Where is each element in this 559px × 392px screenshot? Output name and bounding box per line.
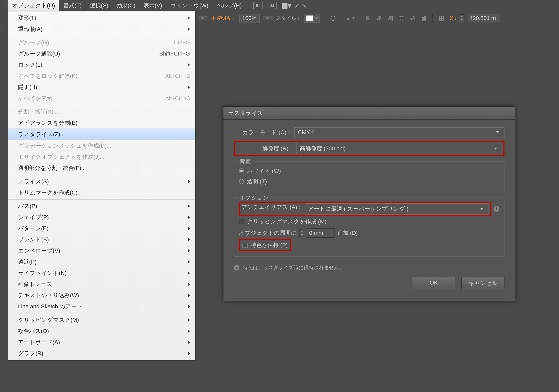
x-stepper[interactable] bbox=[459, 14, 464, 22]
svg-point-0 bbox=[331, 16, 335, 21]
menu-item[interactable]: Line and Sketch のアート bbox=[8, 301, 195, 312]
style-swatch[interactable] bbox=[304, 14, 320, 23]
submenu-arrow-icon bbox=[188, 216, 190, 219]
spot-checkbox-row[interactable]: 特色を保持 (P) bbox=[241, 241, 289, 250]
menu-item[interactable]: ライブペイント(N) bbox=[8, 268, 195, 279]
around-stepper[interactable] bbox=[299, 229, 304, 237]
submenu-arrow-icon bbox=[188, 294, 190, 297]
submenu-arrow-icon bbox=[188, 352, 190, 355]
stroke-dropdown[interactable] bbox=[198, 16, 208, 20]
svg-rect-21 bbox=[439, 16, 441, 18]
menu-item[interactable]: クリッピングマスク(M) bbox=[8, 314, 195, 326]
menu-item[interactable]: パス(P) bbox=[8, 201, 195, 212]
opacity-field[interactable]: 100% bbox=[239, 14, 260, 23]
menu-item-label: すべてを表示 bbox=[18, 95, 53, 102]
radio-icon bbox=[239, 179, 244, 184]
menubar-item-view[interactable]: 表示(V) bbox=[139, 0, 166, 11]
ok-button[interactable]: OK bbox=[412, 277, 455, 289]
bg-transparent-radio[interactable]: 透明 (T) bbox=[239, 176, 499, 187]
menubar-item-help[interactable]: ヘルプ(H) bbox=[212, 0, 246, 11]
menu-item-label: エンベロープ(V) bbox=[18, 247, 60, 255]
antialias-dropdown[interactable]: アートに最適 ( スーパーサンプリング ) bbox=[305, 203, 488, 215]
menubar-item-object[interactable]: オブジェクト(O) bbox=[8, 0, 59, 12]
menu-item[interactable]: 複合パス(O) bbox=[8, 326, 195, 337]
menu-item[interactable]: 画像トレース bbox=[8, 279, 195, 290]
menu-item[interactable]: 遠近(P) bbox=[8, 256, 195, 268]
align-bottom-icon[interactable] bbox=[420, 14, 428, 22]
submenu-arrow-icon bbox=[188, 27, 190, 31]
submenu-arrow-icon bbox=[188, 305, 190, 308]
svg-rect-5 bbox=[366, 19, 370, 20]
recolor-icon[interactable] bbox=[329, 14, 337, 22]
menu-item[interactable]: ラスタライズ(Z)... bbox=[8, 129, 195, 140]
submenu-arrow-icon bbox=[188, 180, 190, 183]
menu-item: グラデーションメッシュを作成(D)... bbox=[8, 140, 195, 151]
resolution-dropdown[interactable]: 高解像度 (300 ppi) bbox=[296, 143, 502, 154]
align-top-icon[interactable] bbox=[397, 14, 406, 22]
colormode-dropdown[interactable]: CMYK bbox=[294, 127, 504, 137]
menu-item: すべてをロック解除(K)Alt+Ctrl+2 bbox=[8, 70, 195, 82]
transform-panel-icon[interactable] bbox=[437, 14, 445, 22]
info-icon[interactable]: i bbox=[494, 206, 499, 212]
stock-icon[interactable]: St bbox=[268, 2, 277, 9]
align-vcenter-icon[interactable] bbox=[409, 14, 417, 22]
cancel-button[interactable]: キャンセル bbox=[461, 277, 504, 289]
submenu-arrow-icon bbox=[188, 271, 190, 275]
background-legend: 背景 bbox=[237, 158, 253, 166]
bridge-icon[interactable]: Br bbox=[253, 2, 263, 9]
menu-item-label: 遠近(P) bbox=[18, 258, 37, 266]
menu-item[interactable]: アピアランスを分割(E) bbox=[8, 117, 195, 129]
align-right-icon[interactable] bbox=[386, 14, 394, 22]
menu-item[interactable]: ブレンド(B) bbox=[8, 234, 195, 245]
menu-item-label: 複合パス(O) bbox=[18, 327, 49, 335]
menubar-item-select[interactable]: 選択(S) bbox=[86, 0, 112, 11]
menu-item[interactable]: アートボード(A) bbox=[8, 337, 195, 348]
menu-item[interactable]: 変形(T) bbox=[8, 12, 195, 24]
menu-item[interactable]: エンベロープ(V) bbox=[8, 245, 195, 256]
submenu-arrow-icon bbox=[188, 238, 190, 241]
submenu-arrow-icon bbox=[188, 318, 190, 322]
menu-item-label: 画像トレース bbox=[18, 280, 52, 288]
align-panel-icon[interactable] bbox=[346, 14, 355, 22]
svg-rect-23 bbox=[439, 19, 441, 20]
menu-item[interactable]: パターン(E) bbox=[8, 223, 195, 234]
menu-item[interactable]: 透明部分を分割・統合(F)... bbox=[8, 163, 195, 174]
svg-rect-13 bbox=[400, 17, 401, 19]
menu-item-label: パターン(E) bbox=[18, 225, 48, 232]
around-field[interactable]: 0 mm bbox=[307, 228, 335, 238]
x-label: X : bbox=[450, 15, 456, 21]
menu-item[interactable]: テキストの回り込み(W) bbox=[8, 290, 195, 301]
menu-item[interactable]: シェイプ(P) bbox=[8, 212, 195, 223]
x-field[interactable]: 420.501 m bbox=[467, 14, 500, 23]
menubar-item-type[interactable]: 書式(T) bbox=[59, 0, 86, 11]
menubar-item-effect[interactable]: 効果(C) bbox=[112, 0, 139, 11]
menu-item[interactable]: 重ね順(A) bbox=[8, 24, 195, 35]
menu-item-label: グループ(G) bbox=[18, 39, 49, 46]
gpu-icon[interactable]: ⟋⟍ bbox=[296, 2, 305, 9]
menu-item-label: グラフ(R) bbox=[18, 350, 43, 357]
svg-rect-10 bbox=[389, 17, 392, 18]
menu-item[interactable]: ロック(L) bbox=[8, 59, 195, 70]
clip-checkbox-row[interactable]: クリッピングマスクを作成 (M) bbox=[239, 216, 499, 227]
menu-separator bbox=[8, 105, 195, 105]
menu-item-label: すべてをロック解除(K) bbox=[18, 72, 77, 80]
menu-item-label: ラスタライズ(Z)... bbox=[18, 131, 65, 138]
menubar-item-window[interactable]: ウィンドウ(W) bbox=[166, 0, 212, 11]
menu-item[interactable]: トリムマークを作成(C) bbox=[8, 187, 195, 198]
background-fieldset: 背景 ホワイト (W) 透明 (T) bbox=[234, 161, 504, 192]
arrange-docs-icon[interactable]: ▦▾ bbox=[282, 2, 291, 9]
menu-item[interactable]: 隠す(H) bbox=[8, 82, 195, 93]
opacity-dropdown[interactable] bbox=[263, 16, 273, 20]
align-left-icon[interactable] bbox=[364, 14, 372, 22]
menu-item[interactable]: グラフ(R) bbox=[8, 348, 195, 359]
object-menu-dropdown: 変形(T)重ね順(A)グループ(G)Ctrl+Gグループ解除(U)Shift+C… bbox=[8, 11, 195, 360]
svg-rect-19 bbox=[422, 17, 423, 20]
menu-item[interactable]: スライス(S) bbox=[8, 176, 195, 187]
bg-white-radio[interactable]: ホワイト (W) bbox=[239, 166, 499, 176]
colormode-label: カラーモード (C)： bbox=[234, 129, 292, 136]
svg-rect-11 bbox=[388, 19, 392, 20]
menu-item-label: ロック(L) bbox=[18, 61, 42, 69]
align-hcenter-icon[interactable] bbox=[375, 14, 383, 22]
submenu-arrow-icon bbox=[188, 227, 190, 230]
menu-item[interactable]: グループ解除(U)Shift+Ctrl+G bbox=[8, 48, 195, 59]
